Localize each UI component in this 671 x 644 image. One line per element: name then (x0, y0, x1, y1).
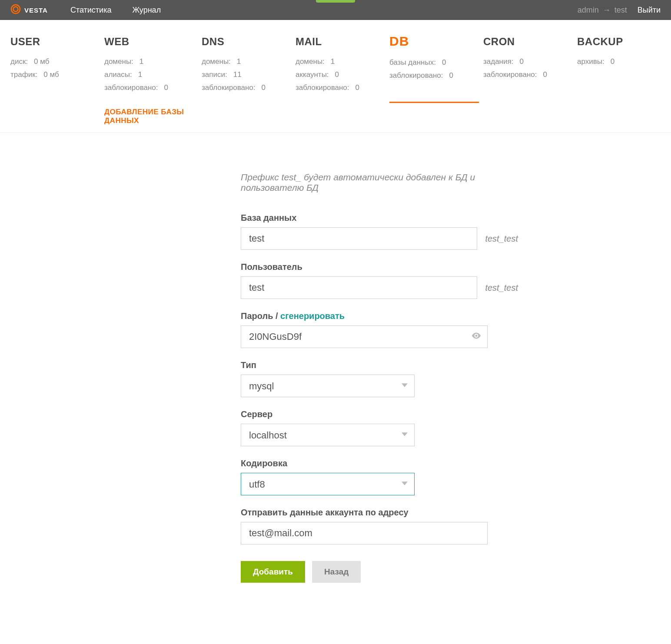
prefix-note: Префикс test_ будет автоматически добавл… (241, 172, 518, 193)
stat-row: аккаунты:0 (296, 70, 385, 79)
logo-icon (10, 4, 21, 17)
db-form: Префикс test_ будет автоматически добавл… (136, 133, 535, 609)
tab-cron[interactable]: CRON задания:0 заблокировано:0 (483, 36, 577, 133)
logout-link[interactable]: Выйти (638, 6, 661, 15)
stat-row: задания:0 (483, 57, 573, 66)
nav-stats[interactable]: Статистика (70, 6, 112, 15)
stat-row: заблокировано:0 (202, 83, 291, 92)
user-label: Пользователь (241, 262, 518, 272)
database-hint: test_test (485, 234, 518, 244)
user-to: test (615, 6, 627, 14)
password-input[interactable] (241, 325, 488, 348)
topbar: VESTA Статистика Журнал admin → test Вый… (0, 0, 671, 20)
server-select[interactable]: localhost (241, 424, 415, 446)
stat-row: домены:1 (296, 57, 385, 66)
back-button[interactable]: Назад (312, 561, 361, 583)
breadcrumb: Добавление базы данных (104, 108, 197, 125)
field-email: Отправить данные аккаунта по адресу (241, 508, 518, 544)
field-server: Сервер localhost (241, 409, 518, 446)
type-select[interactable]: mysql (241, 375, 415, 397)
tab-web[interactable]: WEB домены:1 алиасы:1 заблокировано:0 До… (104, 36, 202, 133)
logo[interactable]: VESTA (10, 4, 48, 17)
stat-row: базы данных:0 (389, 58, 479, 67)
logo-text: VESTA (24, 7, 48, 14)
stat-row: трафик:0 мб (10, 70, 100, 79)
arrow-right-icon: → (603, 6, 611, 14)
user-switch[interactable]: admin → test (578, 6, 627, 15)
nav-journal[interactable]: Журнал (132, 6, 161, 15)
type-label: Тип (241, 360, 518, 370)
database-label: База данных (241, 213, 518, 223)
tab-dns-title: DNS (202, 36, 291, 48)
tab-user[interactable]: USER диск:0 мб трафик:0 мб (10, 36, 104, 133)
top-right: admin → test Выйти (578, 6, 661, 15)
active-tab-underline (389, 102, 479, 103)
email-label: Отправить данные аккаунта по адресу (241, 508, 518, 518)
email-input[interactable] (241, 522, 488, 544)
generate-password-link[interactable]: сгенерировать (280, 311, 345, 321)
charset-label: Кодировка (241, 458, 518, 468)
stat-row: домены:1 (202, 57, 291, 66)
eye-icon[interactable] (471, 331, 482, 343)
field-password: Пароль / сгенерировать (241, 311, 518, 348)
top-nav: Статистика Журнал (70, 6, 578, 15)
stat-row: заблокировано:0 (296, 83, 385, 92)
tab-mail-title: MAIL (296, 36, 385, 48)
tab-mail[interactable]: MAIL домены:1 аккаунты:0 заблокировано:0 (296, 36, 389, 133)
stats-tabs: USER диск:0 мб трафик:0 мб WEB домены:1 … (0, 20, 671, 133)
field-database: База данных test_test (241, 213, 518, 250)
database-input[interactable] (241, 227, 477, 250)
stat-row: архивы:0 (577, 57, 667, 66)
field-type: Тип mysql (241, 360, 518, 397)
top-accent (316, 0, 355, 3)
tab-cron-title: CRON (483, 36, 573, 48)
add-button[interactable]: Добавить (241, 561, 305, 583)
tab-backup-title: BACKUP (577, 36, 667, 48)
svg-point-0 (11, 5, 20, 13)
svg-point-1 (13, 7, 18, 11)
stat-row: диск:0 мб (10, 57, 100, 66)
stat-row: домены:1 (104, 57, 197, 66)
tab-user-title: USER (10, 36, 100, 48)
stat-row: заблокировано:0 (104, 83, 197, 92)
user-from: admin (578, 6, 599, 14)
stat-row: заблокировано:0 (483, 70, 573, 79)
stat-row: заблокировано:0 (389, 71, 479, 80)
tab-db-title: DB (389, 34, 479, 49)
form-actions: Добавить Назад (241, 561, 518, 583)
tab-dns[interactable]: DNS домены:1 записи:11 заблокировано:0 (202, 36, 296, 133)
user-input[interactable] (241, 276, 477, 299)
tab-backup[interactable]: BACKUP архивы:0 (577, 36, 671, 133)
stat-row: алиасы:1 (104, 70, 197, 79)
tab-web-title: WEB (104, 36, 197, 48)
server-label: Сервер (241, 409, 518, 419)
field-user: Пользователь test_test (241, 262, 518, 299)
tab-db[interactable]: DB базы данных:0 заблокировано:0 (389, 36, 483, 133)
field-charset: Кодировка utf8 (241, 458, 518, 495)
stat-row: записи:11 (202, 70, 291, 79)
user-hint: test_test (485, 283, 518, 293)
password-label: Пароль / сгенерировать (241, 311, 518, 321)
charset-select[interactable]: utf8 (241, 473, 415, 495)
